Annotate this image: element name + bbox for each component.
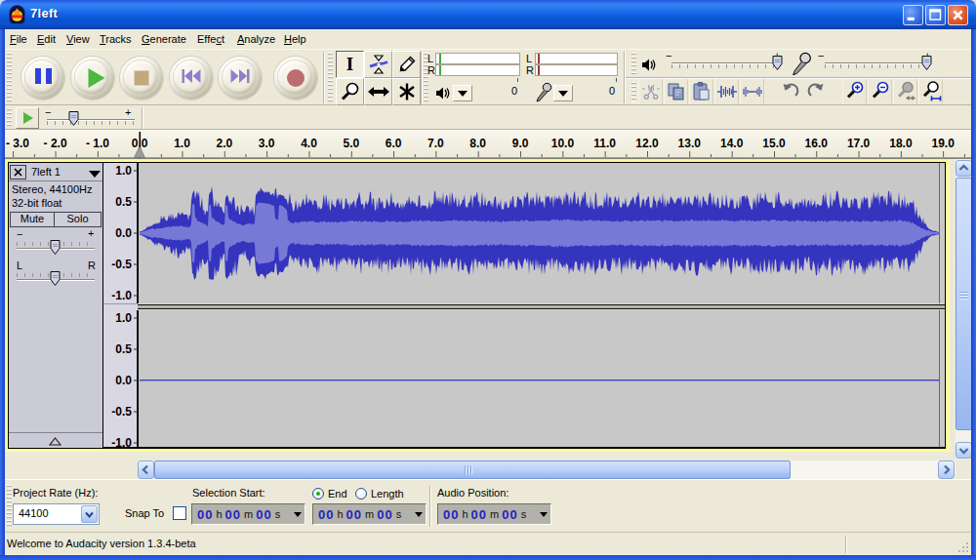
svg-text:2.0: 2.0 [216,137,232,150]
svg-text:17.0: 17.0 [847,137,871,150]
svg-text:-1.0: -1.0 [111,289,132,302]
svg-text:4.0: 4.0 [301,137,317,150]
svg-text:-0.5: -0.5 [111,258,132,271]
svg-text:9.0: 9.0 [512,137,529,150]
svg-text:1.0: 1.0 [174,137,190,150]
svg-text:11.0: 11.0 [593,137,616,150]
svg-text:- 3.0: - 3.0 [6,137,29,150]
svg-text:14.0: 14.0 [720,137,744,150]
svg-text:0.5: 0.5 [115,342,132,356]
svg-text:18.0: 18.0 [889,137,913,150]
svg-text:10.0: 10.0 [551,137,575,150]
svg-text:0.0: 0.0 [115,374,132,387]
svg-text:15.0: 15.0 [762,137,786,150]
svg-text:8.0: 8.0 [469,137,486,150]
svg-text:16.0: 16.0 [805,137,829,150]
svg-text:19.0: 19.0 [932,137,956,150]
svg-text:13.0: 13.0 [678,137,702,150]
svg-text:7.0: 7.0 [427,137,444,150]
svg-text:0.5: 0.5 [115,195,132,209]
svg-text:5.0: 5.0 [343,137,359,150]
svg-text:6.0: 6.0 [386,137,402,150]
svg-text:- 1.0: - 1.0 [86,137,109,150]
svg-text:12.0: 12.0 [635,137,659,150]
svg-text:1.0: 1.0 [115,164,132,178]
svg-text:1.0: 1.0 [115,311,132,325]
svg-text:0.0: 0.0 [115,226,132,240]
svg-text:-0.5: -0.5 [111,405,132,419]
svg-text:-1.0: -1.0 [111,436,132,447]
svg-text:3.0: 3.0 [259,137,275,150]
svg-text:- 2.0: - 2.0 [44,137,67,150]
